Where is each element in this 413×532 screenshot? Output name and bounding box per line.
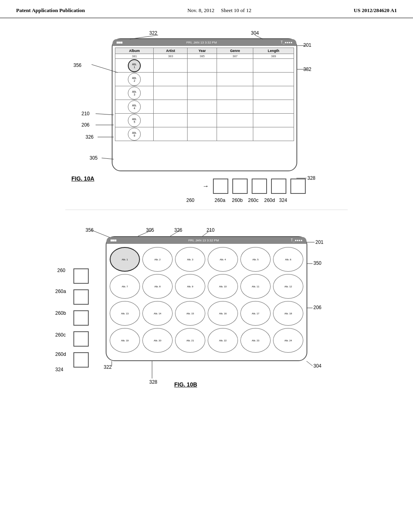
col-artist: Artist <box>154 48 188 54</box>
table-cell-alb6: Alb.6 <box>115 127 154 141</box>
ref-381: 381 <box>115 54 154 59</box>
album-circle-6[interactable]: Alb.6 <box>128 128 141 141</box>
table-cell-empty-3a <box>154 86 188 100</box>
ref-382-10a: 382 <box>303 66 311 72</box>
grid-alb-19[interactable]: Alb. 19 <box>110 328 140 353</box>
grid-alb-17[interactable]: Alb. 17 <box>240 301 271 326</box>
grid-alb-16[interactable]: Alb. 16 <box>208 301 238 326</box>
table-cell-empty-5a <box>154 114 188 127</box>
data-table-10a: Album Artist Year Genre Length 381 383 3… <box>115 48 294 141</box>
status-bar-10a: ■■■ FRI, JAN 13 3:32 PM T_▪▪▪▪ <box>113 39 296 46</box>
ref-206-10a: 206 <box>81 122 90 128</box>
status-time-10a: FRI, JAN 13 3:32 PM <box>186 41 217 44</box>
ref-324-10a: 324 <box>279 197 287 203</box>
col-album: Album <box>115 48 154 54</box>
table-cell-empty-5b <box>188 114 217 127</box>
grid-alb-2[interactable]: Alb. 2 <box>142 247 173 272</box>
grid-alb-10[interactable]: Alb. 10 <box>208 274 238 299</box>
ref-260c-10b: 260c <box>55 332 66 338</box>
grid-alb-7[interactable]: Alb. 7 <box>110 274 140 299</box>
side-sq-260a-10b[interactable] <box>73 289 89 305</box>
table-cell-empty-4b <box>188 100 217 114</box>
nav-sq-260b[interactable] <box>252 179 267 194</box>
ref-201-10a: 201 <box>303 42 311 48</box>
svg-line-13 <box>307 361 313 366</box>
nav-sq-260c[interactable] <box>271 179 286 194</box>
grid-alb-8[interactable]: Alb. 8 <box>142 274 173 299</box>
album-circle-1[interactable]: Alb.1 <box>128 59 141 72</box>
grid-alb-24[interactable]: Alb. 24 <box>273 328 303 353</box>
grid-alb-21[interactable]: Alb. 21 <box>175 328 205 353</box>
grid-alb-9[interactable]: Alb. 9 <box>175 274 205 299</box>
table-cell-alb4: Alb.4 <box>115 100 154 114</box>
grid-alb-3[interactable]: Alb. 3 <box>175 247 205 272</box>
grid-alb-13[interactable]: Alb. 13 <box>110 301 140 326</box>
table-cell-empty-2c <box>217 73 253 86</box>
ref-260a-10b: 260a <box>55 289 66 294</box>
ref-350-10b: 350 <box>313 260 321 266</box>
side-sq-260b-10b[interactable] <box>73 310 89 326</box>
nav-sq-260[interactable] <box>213 179 228 194</box>
ref-389: 389 <box>253 54 294 59</box>
fig10b-section: ■■■ FRI, JAN 13 3:32 PM T_▪▪▪▪ Alb. 1 Al… <box>49 224 364 401</box>
svg-line-19 <box>92 230 110 237</box>
side-sq-260c-10b[interactable] <box>73 331 89 347</box>
ref-260b-10b: 260b <box>55 310 66 316</box>
ref-260d-10b: 260d <box>55 351 66 357</box>
album-grid-10b: Alb. 1 Alb. 2 Alb. 3 Alb. 4 Alb. 5 Alb. … <box>106 244 307 356</box>
ref-326-10b: 326 <box>174 227 182 233</box>
ref-356-10a: 356 <box>73 62 81 68</box>
grid-alb-20[interactable]: Alb. 20 <box>142 328 173 353</box>
table-cell-empty-1a <box>154 59 188 73</box>
fig10b-device: ■■■ FRI, JAN 13 3:32 PM T_▪▪▪▪ Alb. 1 Al… <box>106 236 307 361</box>
ref-260-10a: 260 <box>186 197 194 203</box>
fig10b-label: FIG. 10B <box>174 381 197 388</box>
grid-alb-18[interactable]: Alb. 18 <box>273 301 303 326</box>
grid-alb-1[interactable]: Alb. 1 <box>110 247 140 272</box>
ref-304-10a: 304 <box>251 30 259 36</box>
grid-alb-15[interactable]: Alb. 15 <box>175 301 205 326</box>
album-circle-5[interactable]: Alb.5 <box>128 114 141 127</box>
grid-alb-22[interactable]: Alb. 22 <box>208 328 238 353</box>
grid-alb-5[interactable]: Alb. 5 <box>240 247 271 272</box>
status-bar-10b: ■■■ FRI, JAN 13 3:32 PM T_▪▪▪▪ <box>106 237 307 244</box>
table-wrapper-10a: Album Artist Year Genre Length 381 383 3… <box>113 46 296 143</box>
side-sq-260-10b[interactable] <box>73 268 89 284</box>
ref-328-10a: 328 <box>307 175 315 181</box>
ref-326-10a: 326 <box>86 134 94 140</box>
side-sq-260d-10b[interactable] <box>73 352 89 368</box>
table-cell-empty-6b <box>188 127 217 141</box>
grid-alb-6[interactable]: Alb. 6 <box>273 247 303 272</box>
table-cell-empty-1d <box>253 59 294 73</box>
table-cell-empty-5d <box>253 114 294 127</box>
nav-sq-260a[interactable] <box>232 179 248 194</box>
ref-387: 387 <box>217 54 253 59</box>
header-date: Nov. 8, 2012 <box>187 7 214 13</box>
album-circle-4[interactable]: Alb.4 <box>128 100 141 113</box>
ref-260a-10a: 260a <box>215 197 225 203</box>
grid-alb-12[interactable]: Alb. 12 <box>273 274 303 299</box>
fig-separator <box>65 210 348 210</box>
grid-alb-23[interactable]: Alb. 23 <box>240 328 271 353</box>
ref-201-10b: 201 <box>315 239 323 245</box>
album-circle-2[interactable]: Alb.2 <box>128 73 141 86</box>
table-cell-alb5: Alb.5 <box>115 114 154 127</box>
table-cell-alb2: Alb.2 <box>115 73 154 86</box>
ref-322-10a: 322 <box>149 30 157 36</box>
col-genre: Genre <box>217 48 253 54</box>
grid-alb-4[interactable]: Alb. 4 <box>208 247 238 272</box>
status-left-10a: ■■■ <box>117 41 122 44</box>
ref-304-10b: 304 <box>313 363 321 369</box>
ref-260d-10a: 260d <box>264 197 275 203</box>
ref-356-10b: 356 <box>86 227 94 233</box>
ref-260b-10a: 260b <box>232 197 243 203</box>
table-cell-alb1: Alb.1 <box>115 59 154 73</box>
nav-sq-260d[interactable] <box>290 179 306 194</box>
grid-alb-14[interactable]: Alb. 14 <box>142 301 173 326</box>
ref-210-10b: 210 <box>206 227 215 233</box>
nav-arrow-10a: → <box>202 183 209 190</box>
album-circle-3[interactable]: Alb.3 <box>128 87 141 100</box>
table-cell-empty-1c <box>217 59 253 73</box>
grid-alb-11[interactable]: Alb. 11 <box>240 274 271 299</box>
ref-260-10b: 260 <box>57 268 65 273</box>
